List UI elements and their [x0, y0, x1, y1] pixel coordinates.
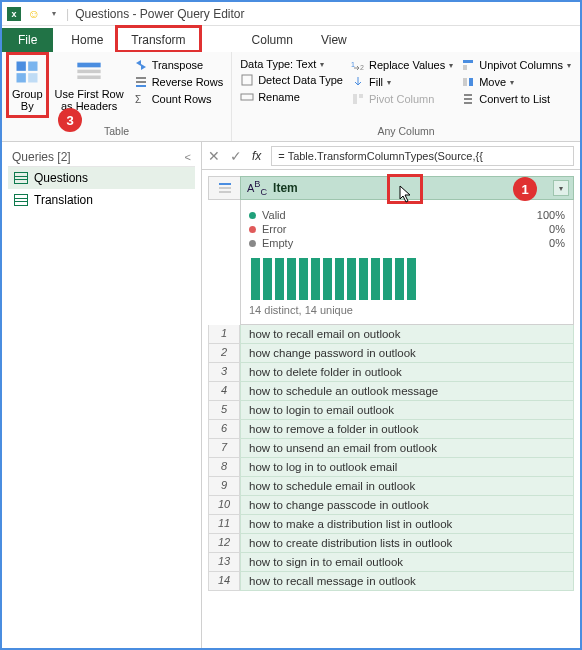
cell[interactable]: how to remove a folder in outlook	[240, 420, 574, 439]
column-header-item[interactable]: ABC Item 1 ▾	[240, 176, 574, 200]
row-number[interactable]: 3	[208, 363, 240, 382]
qat-dropdown-icon[interactable]: ▾	[46, 6, 62, 22]
formula-input[interactable]: = Table.TransformColumnTypes(Source,{{	[271, 146, 574, 166]
row-number[interactable]: 11	[208, 515, 240, 534]
convert-to-list-button[interactable]: Convert to List	[461, 92, 571, 106]
ribbon-tabs: File Home Transform 2 Column View	[2, 26, 580, 52]
ribbon: Group By Use First Row as Headers Transp…	[2, 52, 580, 142]
table-row[interactable]: 6how to remove a folder in outlook	[208, 420, 574, 439]
row-number[interactable]: 1	[208, 325, 240, 344]
cell[interactable]: how to delete folder in outlook	[240, 363, 574, 382]
table-icon	[14, 194, 28, 206]
table-row[interactable]: 9how to schedule email in outlook	[208, 477, 574, 496]
cell[interactable]: how to login to email outlook	[240, 401, 574, 420]
query-item-questions[interactable]: Questions	[8, 167, 195, 189]
table-row[interactable]: 14how to recall message in outlook	[208, 572, 574, 591]
svg-rect-24	[219, 183, 231, 185]
svg-rect-5	[77, 70, 100, 74]
tab-add-column[interactable]: Column	[238, 28, 307, 52]
distribution-sparkline	[249, 250, 565, 304]
table-row[interactable]: 4how to schedule an outlook message	[208, 382, 574, 401]
ribbon-group-table: Group By Use First Row as Headers Transp…	[2, 52, 232, 141]
svg-rect-1	[28, 62, 37, 71]
cell[interactable]: how to schedule an outlook message	[240, 382, 574, 401]
smiley-icon[interactable]: ☺	[26, 6, 42, 22]
move-button[interactable]: Move▾	[461, 75, 571, 89]
table-row[interactable]: 7how to unsend an email from outlook	[208, 439, 574, 458]
cell[interactable]: how to unsend an email from outlook	[240, 439, 574, 458]
cell[interactable]: how to recall email on outlook	[240, 325, 574, 344]
row-number[interactable]: 13	[208, 553, 240, 572]
svg-rect-4	[77, 63, 100, 68]
cell[interactable]: how to recall message in outlook	[240, 572, 574, 591]
data-type-button[interactable]: Data Type: Text▾	[240, 58, 343, 70]
table-icon	[14, 172, 28, 184]
cell[interactable]: how to make a distribution list in outlo…	[240, 515, 574, 534]
table-row[interactable]: 2how change password in outlook	[208, 344, 574, 363]
table-row[interactable]: 8how to log in to outlook email	[208, 458, 574, 477]
column-filter-dropdown[interactable]: ▾	[553, 180, 569, 196]
pivot-column-button[interactable]: Pivot Column	[351, 92, 453, 106]
ribbon-group-anycol: Data Type: Text▾ Detect Data Type Rename…	[232, 52, 580, 141]
column-quality-panel: Valid100% Error0% Empty0% 14 distinct, 1…	[240, 200, 574, 325]
row-number[interactable]: 9	[208, 477, 240, 496]
group-by-button[interactable]: Group By	[10, 56, 45, 114]
fx-icon[interactable]: fx	[252, 149, 261, 163]
table-row[interactable]: 12how to create distribution lists in ou…	[208, 534, 574, 553]
row-number[interactable]: 2	[208, 344, 240, 363]
rename-button[interactable]: Rename	[240, 90, 343, 104]
tab-transform[interactable]: Transform	[117, 28, 199, 52]
cell[interactable]: how to log in to outlook email	[240, 458, 574, 477]
use-first-row-button[interactable]: Use First Row as Headers	[53, 56, 126, 114]
type-icon: ABC	[247, 179, 267, 197]
unpivot-columns-button[interactable]: Unpivot Columns▾	[461, 58, 571, 72]
row-number[interactable]: 4	[208, 382, 240, 401]
tab-view[interactable]: View	[307, 28, 361, 52]
table-row[interactable]: 11how to make a distribution list in out…	[208, 515, 574, 534]
data-grid[interactable]: 1how to recall email on outlook2how chan…	[208, 325, 574, 591]
svg-rect-6	[77, 76, 100, 80]
row-number[interactable]: 8	[208, 458, 240, 477]
tab-file[interactable]: File	[2, 28, 53, 52]
tab-home[interactable]: Home	[57, 28, 117, 52]
transpose-button[interactable]: Transpose	[134, 58, 224, 72]
svg-rect-20	[469, 78, 473, 86]
count-rows-button[interactable]: ΣCount Rows	[134, 92, 224, 106]
commit-formula-icon[interactable]: ✓	[230, 148, 242, 164]
row-number[interactable]: 10	[208, 496, 240, 515]
replace-values-button[interactable]: 12Replace Values▾	[351, 58, 453, 72]
svg-rect-17	[463, 60, 473, 63]
row-number[interactable]: 5	[208, 401, 240, 420]
table-row[interactable]: 5how to login to email outlook	[208, 401, 574, 420]
queries-pane: Queries [2] < Questions Translation	[2, 142, 202, 648]
row-number[interactable]: 7	[208, 439, 240, 458]
queries-header[interactable]: Queries [2] <	[8, 148, 195, 167]
collapse-icon[interactable]: <	[185, 151, 191, 163]
svg-rect-12	[241, 94, 253, 100]
table-row[interactable]: 1how to recall email on outlook	[208, 325, 574, 344]
svg-rect-26	[219, 191, 231, 193]
cell[interactable]: how to change passcode in outlook	[240, 496, 574, 515]
svg-rect-15	[353, 94, 357, 104]
row-number[interactable]: 12	[208, 534, 240, 553]
query-item-translation[interactable]: Translation	[8, 189, 195, 211]
row-number[interactable]: 6	[208, 420, 240, 439]
ribbon-group-label-table: Table	[10, 123, 223, 137]
svg-rect-2	[17, 73, 26, 82]
cell[interactable]: how change password in outlook	[240, 344, 574, 363]
cell[interactable]: how to sign in to email outlook	[240, 553, 574, 572]
svg-text:1: 1	[351, 61, 355, 68]
cancel-formula-icon[interactable]: ✕	[208, 148, 220, 164]
svg-rect-8	[136, 81, 146, 83]
table-row[interactable]: 10how to change passcode in outlook	[208, 496, 574, 515]
table-row[interactable]: 13how to sign in to email outlook	[208, 553, 574, 572]
cell[interactable]: how to create distribution lists in outl…	[240, 534, 574, 553]
cell[interactable]: how to schedule email in outlook	[240, 477, 574, 496]
fill-button[interactable]: Fill▾	[351, 75, 453, 89]
reverse-rows-button[interactable]: Reverse Rows	[134, 75, 224, 89]
table-row[interactable]: 3how to delete folder in outlook	[208, 363, 574, 382]
row-number[interactable]: 14	[208, 572, 240, 591]
svg-rect-25	[219, 187, 231, 189]
select-all-cell[interactable]	[208, 176, 240, 200]
detect-data-type-button[interactable]: Detect Data Type	[240, 73, 343, 87]
